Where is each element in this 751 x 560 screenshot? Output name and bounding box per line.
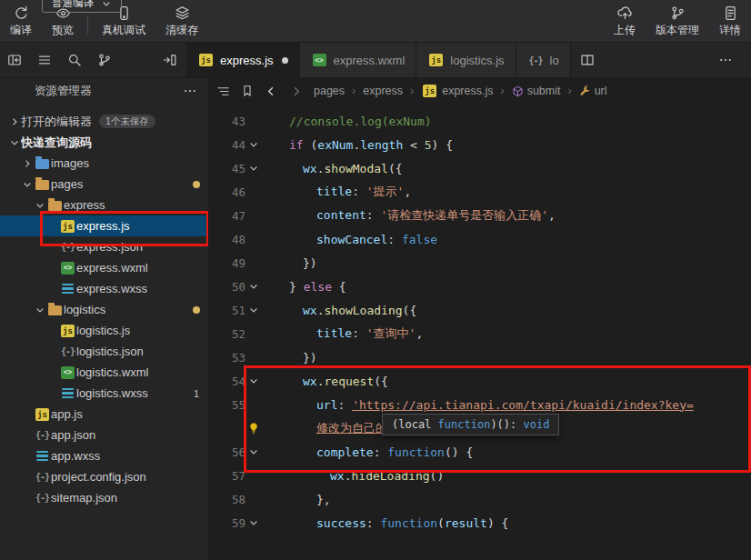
tree-item-express-json[interactable]: {-}express.json <box>0 236 208 257</box>
lightbulb-icon[interactable] <box>245 422 262 435</box>
fold-chevron-icon[interactable] <box>245 163 262 174</box>
line-number[interactable]: 54 <box>209 375 245 388</box>
code-line[interactable]: 46title: '提示', <box>209 180 751 204</box>
code-editor[interactable]: 43//console.log(exNum)44if (exNum.length… <box>209 104 751 560</box>
code-token: : <box>374 445 388 459</box>
upload-button[interactable]: 上传 <box>604 0 646 42</box>
tree-item-express-wxml[interactable]: <>express.wxml <box>0 257 208 278</box>
tree-item-logistics-wxss[interactable]: logistics.wxss1 <box>0 383 208 404</box>
tree-item-app-wxss[interactable]: app.wxss <box>0 445 208 466</box>
code-line[interactable]: 49}) <box>209 251 751 275</box>
chevron-right-icon[interactable] <box>7 116 21 127</box>
fold-chevron-icon[interactable] <box>245 375 262 386</box>
nav-back-icon[interactable] <box>265 85 278 98</box>
code-line[interactable]: 58}, <box>209 487 751 511</box>
fold-chevron-icon[interactable] <box>245 446 262 457</box>
collapse-editors-icon[interactable] <box>163 53 177 67</box>
line-number[interactable]: 55 <box>209 398 245 412</box>
details-button[interactable]: 详情 <box>709 0 751 42</box>
fold-chevron-icon[interactable] <box>245 305 262 315</box>
code-token: () <box>430 469 445 483</box>
tree-item-logistics-wxml[interactable]: <>logistics.wxml <box>0 362 208 383</box>
chevron-down-icon[interactable] <box>7 137 21 148</box>
line-number[interactable]: 58 <box>209 493 245 506</box>
code-line[interactable]: 54wx.request({ <box>209 369 751 393</box>
chevron-right-icon[interactable] <box>20 158 34 169</box>
editor-tab-lo[interactable]: {-}lo <box>516 43 571 77</box>
version-button[interactable]: 版本管理 <box>646 0 709 42</box>
line-number[interactable]: 53 <box>209 351 245 365</box>
code-line[interactable]: 47content: '请检查快递单号是否输入正确', <box>209 204 751 227</box>
tree-item-app-json[interactable]: {-}app.json <box>0 425 208 445</box>
line-number[interactable]: 50 <box>209 280 245 294</box>
bookmark-icon[interactable] <box>241 85 254 97</box>
editor-tab-logistics-js[interactable]: jslogistics.js <box>416 43 516 77</box>
tree-item-logistics[interactable]: logistics <box>0 299 208 320</box>
tree-item-project-config-json[interactable]: {-}project.config.json <box>0 466 208 487</box>
code-line[interactable]: 53}) <box>209 345 751 369</box>
line-number[interactable]: 46 <box>209 185 245 199</box>
breadcrumb-item-submit[interactable]: submit <box>512 85 561 97</box>
fold-chevron-icon[interactable] <box>245 517 262 528</box>
breadcrumb-item-url[interactable]: url <box>579 85 607 97</box>
split-editor-icon[interactable] <box>580 53 595 67</box>
tree-item-sitemap-json[interactable]: {-}sitemap.json <box>0 487 208 508</box>
code-token: { <box>332 280 346 294</box>
clear-cache-button[interactable]: 清缓存 <box>155 0 208 42</box>
code-line[interactable]: 59success: function(result) { <box>209 511 751 535</box>
fold-chevron-icon[interactable] <box>245 139 262 150</box>
tree-item-logistics-js[interactable]: jslogistics.js <box>0 320 208 341</box>
tree-item-images[interactable]: images <box>0 153 208 174</box>
code-text: } else { <box>262 280 346 294</box>
search-icon[interactable] <box>67 53 82 67</box>
line-number[interactable]: 44 <box>209 138 245 152</box>
breadcrumb-item-express-js[interactable]: jsexpress.js <box>421 85 493 97</box>
tree-item-express[interactable]: express <box>0 195 208 215</box>
chevron-down-icon[interactable] <box>33 305 46 315</box>
code-line[interactable]: 43//console.log(exNum) <box>209 109 751 133</box>
chevron-down-icon[interactable] <box>20 179 34 190</box>
tree-item-app-js[interactable]: jsapp.js <box>0 404 208 425</box>
git-branch-icon[interactable] <box>97 53 112 67</box>
line-number[interactable]: 45 <box>209 162 245 175</box>
code-line[interactable]: 50} else { <box>209 275 751 298</box>
code-line[interactable]: 44if (exNum.length < 5) { <box>209 133 751 156</box>
code-line[interactable]: 51wx.showLoading({ <box>209 298 751 322</box>
tree-item-快递查询源码[interactable]: 快递查询源码 <box>0 132 208 153</box>
tree-item-打开的编辑器[interactable]: 打开的编辑器1个未保存 <box>0 111 208 132</box>
tree-item-pages[interactable]: pages <box>0 174 208 195</box>
line-number[interactable]: 48 <box>209 233 245 246</box>
tree-item-logistics-json[interactable]: {-}logistics.json <box>0 341 208 362</box>
panel-toggle-icon[interactable] <box>7 53 22 67</box>
code-line[interactable]: 52title: '查询中', <box>209 322 751 345</box>
code-line[interactable]: 57wx.hideLoading() <box>209 464 751 487</box>
line-number[interactable]: 51 <box>209 304 245 317</box>
line-number[interactable]: 52 <box>209 327 245 341</box>
compile-button[interactable]: 编译 <box>0 0 42 42</box>
line-number[interactable]: 57 <box>209 469 245 483</box>
compile-mode-dropdown[interactable]: 普通编译 <box>42 0 122 13</box>
line-number[interactable]: 49 <box>209 256 245 270</box>
json-file-icon: {-} <box>34 472 51 482</box>
line-number[interactable]: 47 <box>209 209 245 223</box>
breadcrumb-item-pages[interactable]: pages <box>314 85 345 97</box>
line-number[interactable]: 56 <box>209 445 245 459</box>
chevron-down-icon[interactable] <box>33 200 46 211</box>
code-line[interactable]: 56complete: function() { <box>209 440 751 464</box>
line-number[interactable]: 43 <box>209 115 245 128</box>
editor-tab-express-wxml[interactable]: <>express.wxml <box>300 43 417 77</box>
editor-tab-express-js[interactable]: jsexpress.js <box>186 43 300 77</box>
breadcrumb-item-express[interactable]: express <box>363 85 403 97</box>
more-icon[interactable] <box>183 84 197 98</box>
tree-item-label: logistics.wxss <box>76 386 148 400</box>
code-line[interactable]: 45wx.showModal({ <box>209 156 751 180</box>
line-number[interactable]: 59 <box>209 516 245 530</box>
tree-item-express-js[interactable]: jsexpress.js <box>0 215 208 236</box>
fold-chevron-icon[interactable] <box>245 281 262 292</box>
file-list-icon[interactable] <box>37 53 52 67</box>
outline-icon[interactable] <box>216 85 230 98</box>
nav-forward-icon[interactable] <box>289 85 303 98</box>
code-line[interactable]: 48showCancel: false <box>209 227 751 251</box>
tree-item-express-wxss[interactable]: express.wxss <box>0 278 208 299</box>
more-icon[interactable] <box>718 53 733 67</box>
